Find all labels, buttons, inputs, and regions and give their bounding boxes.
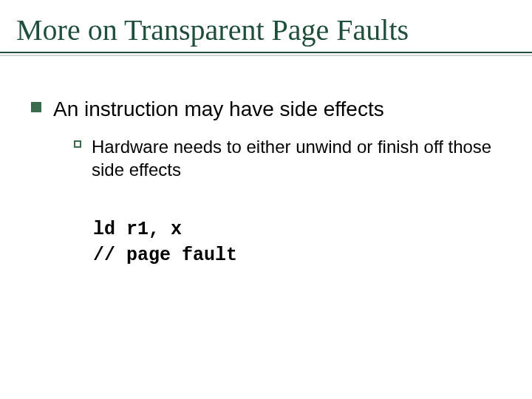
title-area: More on Transparent Page Faults (16, 13, 516, 52)
slide: More on Transparent Page Faults An instr… (0, 0, 532, 399)
bullet-level-2: Hardware needs to either unwind or finis… (74, 135, 516, 181)
bullet-level-1-text: An instruction may have side effects (53, 96, 384, 122)
slide-body: An instruction may have side effects Har… (16, 96, 516, 268)
bullet-level-1: An instruction may have side effects (31, 96, 516, 122)
code-block: ld r1, x // page fault (93, 216, 516, 268)
square-bullet-icon (31, 102, 41, 112)
title-underline-shadow (0, 55, 532, 56)
slide-title: More on Transparent Page Faults (16, 13, 516, 52)
code-line-2: // page fault (93, 245, 237, 266)
bullet-level-2-text: Hardware needs to either unwind or finis… (92, 135, 505, 181)
code-line-1: ld r1, x (93, 219, 182, 240)
title-underline (0, 52, 532, 53)
square-outline-bullet-icon (74, 140, 81, 148)
